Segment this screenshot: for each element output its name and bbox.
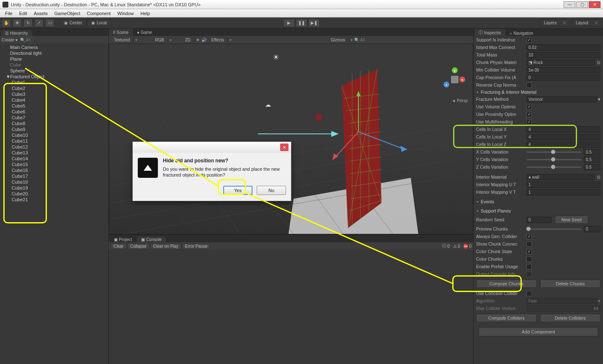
useprox-check[interactable]: ✓ (526, 112, 532, 117)
dialog-yes[interactable]: Yes (223, 186, 253, 195)
hierarchy-child-item[interactable]: Cube11 (0, 138, 108, 144)
dialog-close[interactable]: ✕ (280, 144, 289, 151)
hierarchy-child-item[interactable]: Cube21 (0, 197, 108, 203)
tab-navigation[interactable]: ⟐ Navigation (505, 30, 537, 36)
hierarchy-child-item[interactable]: Cube16 (0, 167, 108, 173)
hierarchy-child-item[interactable]: Cube8 (0, 120, 108, 126)
hierarchy-child-item[interactable]: Cube3 (0, 91, 108, 97)
tab-game[interactable]: ● Game (133, 28, 156, 36)
persp-label[interactable]: ◄ Persp (451, 98, 468, 103)
yvar-slider[interactable] (526, 159, 581, 160)
fracturing-header[interactable]: Fracturing & Interior Material (474, 89, 603, 95)
tab-scene[interactable]: # Scene (109, 28, 133, 36)
pivot-local[interactable]: ◉ Local (87, 19, 111, 26)
always-check[interactable]: ✓ (526, 234, 532, 239)
cells-x[interactable]: 4 (526, 126, 600, 133)
tab-console[interactable]: ▣ Console (137, 236, 166, 242)
physmat-field[interactable]: ⬔ Rock (526, 59, 595, 66)
console-collapse[interactable]: Collapse (127, 243, 149, 249)
maximize-button[interactable]: ▢ (576, 1, 588, 8)
hierarchy-item[interactable]: Main Camera (0, 44, 108, 50)
hierarchy-item[interactable]: Directional light (0, 50, 108, 56)
hierarchy-item[interactable]: Cube (0, 62, 108, 68)
menu-help[interactable]: Help (137, 11, 153, 16)
scene-viewport[interactable]: ☀ ☁ xyz ◄ Persp (109, 44, 473, 234)
layout-dropdown[interactable]: Layout (572, 19, 601, 26)
hierarchy-child-item[interactable]: Cube17 (0, 173, 108, 179)
hierarchy-child-item[interactable]: Cube13 (0, 150, 108, 156)
tab-project[interactable]: ▣ Project (110, 236, 136, 242)
menu-assets[interactable]: Assets (31, 11, 51, 16)
colorchunks-check[interactable] (526, 256, 532, 262)
hierarchy-search[interactable] (26, 38, 107, 42)
scene-effects[interactable]: Effects (208, 38, 228, 42)
delete-colliders-btn[interactable]: Delete Colliders (540, 314, 601, 322)
compute-chunks-btn[interactable]: Compute Chunks (476, 279, 537, 288)
hierarchy-child-item[interactable]: Cube2 (0, 85, 108, 91)
close-button[interactable]: ✕ (589, 1, 600, 8)
mass-field[interactable]: 10 (526, 52, 600, 58)
mapv-field[interactable]: 1 (526, 189, 600, 195)
tab-inspector[interactable]: ⓘ Inspector (474, 29, 505, 36)
hierarchy-item[interactable]: Plane (0, 56, 108, 62)
new-seed-btn[interactable]: New Seed (555, 215, 588, 224)
capprec-field[interactable]: 0 (526, 74, 600, 81)
output-check[interactable] (526, 272, 532, 277)
events-header[interactable]: Events (474, 198, 603, 205)
menu-window[interactable]: Window (114, 11, 137, 16)
menu-edit[interactable]: Edit (16, 11, 31, 16)
island-field[interactable]: 0.02 (526, 44, 600, 51)
hierarchy-child-item[interactable]: Cube18 (0, 179, 108, 185)
scene-gizmos[interactable]: Gizmos (327, 38, 349, 42)
scene-render[interactable]: RGB (152, 38, 168, 42)
layers-dropdown[interactable]: Layers (540, 19, 570, 26)
error-count[interactable]: ⛔0 (463, 244, 472, 249)
mincol-field[interactable]: 1e-05 (526, 67, 600, 73)
play-button[interactable]: ▶ (283, 19, 295, 27)
hierarchy-child-item[interactable]: Cube12 (0, 144, 108, 150)
hierarchy-child-item[interactable]: Cube9 (0, 126, 108, 132)
zvar-slider[interactable] (526, 167, 581, 168)
hierarchy-list[interactable]: Main CameraDirectional lightPlaneCubeSph… (0, 44, 108, 364)
hierarchy-child-item[interactable]: Cube1 (0, 79, 108, 85)
fracture-method[interactable]: Voronoi (526, 96, 597, 103)
seed-field[interactable]: 0 (526, 217, 551, 223)
delete-chunks-btn[interactable]: Delete Chunks (540, 279, 601, 288)
concave-check[interactable] (526, 291, 532, 296)
orientation-gizmo[interactable]: xyz (444, 69, 465, 90)
revcap-check[interactable] (526, 82, 532, 88)
menu-component[interactable]: Component (83, 11, 114, 16)
scene-shading[interactable]: Textured (111, 38, 134, 42)
step-button[interactable]: ▶❚ (308, 19, 320, 27)
intmat-field[interactable]: ● wall (526, 174, 595, 180)
info-count[interactable]: ⓘ0 (442, 243, 450, 249)
hierarchy-child-item[interactable]: Cube4 (0, 97, 108, 103)
minimize-button[interactable]: — (564, 1, 575, 8)
hierarchy-child-item[interactable]: Cube14 (0, 156, 108, 161)
prefab-check[interactable] (526, 264, 532, 269)
console-error-pause[interactable]: Error Pause (182, 243, 210, 249)
dialog-no[interactable]: No (257, 186, 286, 195)
planes-header[interactable]: Support Planes (474, 208, 603, 214)
hierarchy-child-item[interactable]: Cube10 (0, 132, 108, 138)
hierarchy-child-item[interactable]: Cube20 (0, 191, 108, 197)
hand-tool[interactable]: ✋ (2, 19, 11, 27)
pause-button[interactable]: ❚❚ (296, 19, 307, 27)
scene-search[interactable] (360, 38, 472, 42)
hierarchy-create[interactable]: Create ▾ (2, 38, 18, 42)
preview-slider[interactable] (526, 228, 581, 230)
compute-colliders-btn[interactable]: Compute Colliders (476, 314, 537, 322)
menu-gameobject[interactable]: GameObject (51, 11, 84, 16)
rotate-tool[interactable]: ↻ (23, 19, 33, 27)
console-clear-on-play[interactable]: Clear on Play (150, 243, 181, 249)
support-check[interactable]: ✓ (526, 37, 532, 43)
hierarchy-item[interactable]: ▼Fractured Object (0, 74, 108, 79)
maxvert-field[interactable]: 64 (526, 305, 600, 312)
hierarchy-child-item[interactable]: Cube7 (0, 115, 108, 120)
warn-count[interactable]: ⚠0 (453, 244, 460, 249)
hierarchy-child-item[interactable]: Cube19 (0, 185, 108, 191)
usemt-check[interactable]: ✓ (526, 119, 532, 125)
scene-light-icon[interactable]: ☀ (196, 38, 200, 42)
hierarchy-item[interactable]: Sphere (0, 68, 108, 74)
showconn-check[interactable] (526, 241, 532, 247)
